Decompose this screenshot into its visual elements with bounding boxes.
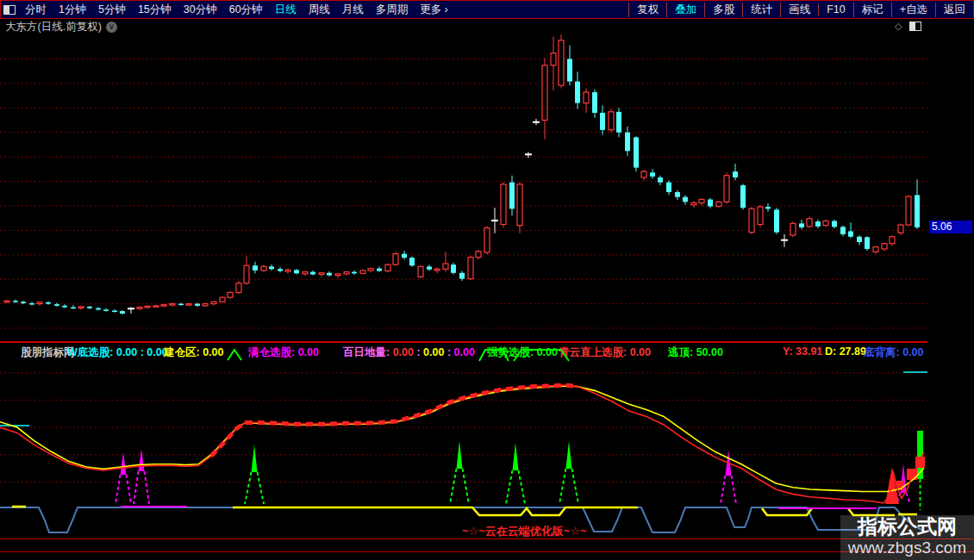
site-watermark-title: 指标公式网 — [840, 515, 974, 538]
time-axis — [0, 538, 974, 552]
menu-item-标记[interactable]: 标记 — [853, 3, 891, 17]
site-watermark: 指标公式网 www.zbgs3.com — [840, 515, 974, 560]
menu-item-5分钟[interactable]: 5分钟 — [92, 3, 132, 17]
site-watermark-url: www.zbgs3.com — [840, 538, 974, 558]
right-price-axis: 5.06 — [927, 19, 974, 553]
indicator-panel-chart[interactable] — [0, 362, 927, 539]
diamond-icon[interactable]: ◇ — [895, 21, 902, 32]
menu-item-多股[interactable]: 多股 — [704, 3, 742, 17]
trading-app-window: 分时1分钟5分钟15分钟30分钟60分钟日线周线月线多周期更多 › 复权叠加多股… — [0, 0, 974, 560]
axis-ticks — [927, 19, 974, 553]
menu-item-分时[interactable]: 分时 — [19, 3, 53, 17]
indicator-header-item-4: 百日地量: 0.00 : 0.00 : 0.00 — [343, 345, 475, 360]
menu-item-1分钟[interactable]: 1分钟 — [53, 3, 92, 17]
indicator-header-item-2: 建仓区: 0.00 — [164, 345, 223, 360]
menu-item-复权[interactable]: 复权 — [628, 3, 666, 17]
indicator-header-item-9: D: 27.89 — [825, 345, 866, 358]
menu-item-F10[interactable]: F10 — [818, 3, 853, 16]
chart-title-bar: 大东方(日线.前复权) ∨ — [0, 19, 933, 34]
indicator-header-item-5: 强势选股: 0.00 — [487, 345, 558, 360]
split-screen-icon[interactable] — [3, 5, 16, 15]
menu-item-叠加[interactable]: 叠加 — [666, 3, 704, 17]
chevron-circle-icon[interactable]: ∨ — [106, 22, 117, 33]
indicator-header-item-8: Y: 33.91 — [783, 345, 822, 358]
split-screen-icon[interactable] — [909, 22, 921, 31]
menu-item-日线[interactable]: 日线 — [269, 3, 303, 17]
indicator-header-item-6: 青云直上选股: 0.00 — [559, 345, 651, 360]
menu-item-画线[interactable]: 画线 — [780, 3, 818, 17]
candlestick-chart[interactable] — [0, 34, 927, 341]
menu-item-月线[interactable]: 月线 — [336, 3, 370, 17]
menu-item-多周期[interactable]: 多周期 — [370, 3, 415, 17]
menu-item-返回[interactable]: 返回 — [935, 3, 973, 17]
indicator-header-item-3: 满仓选股: 0.00 — [248, 345, 319, 360]
menu-item-30分钟[interactable]: 30分钟 — [178, 3, 223, 17]
tool-menu-items: 复权叠加多股统计画线F10标记+自选返回 — [628, 1, 973, 18]
menu-item-15分钟[interactable]: 15分钟 — [132, 3, 178, 17]
menu-item-周线[interactable]: 周线 — [303, 3, 336, 17]
period-menu-items: 分时1分钟5分钟15分钟30分钟60分钟日线周线月线多周期更多 › — [19, 3, 454, 17]
last-price-tag: 5.06 — [929, 221, 972, 233]
indicator-header: 股朋指标网W底选股: 0.00 : 0.00建仓区: 0.00满仓选股: 0.0… — [0, 341, 974, 362]
menu-item-更多 ›[interactable]: 更多 › — [414, 3, 454, 17]
menu-item-统计[interactable]: 统计 — [742, 3, 780, 17]
indicator-header-item-1: W底选股: 0.00 : 0.00 — [67, 345, 168, 360]
menu-item-+自选[interactable]: +自选 — [891, 3, 935, 17]
time-axis-ticks — [0, 552, 974, 560]
indicator-header-item-7: 逃顶: 50.00 — [668, 345, 723, 360]
indicator-header-item-10: 底背离: 0.00 — [864, 345, 923, 360]
page-title: 大东方(日线.前复权) — [5, 20, 102, 34]
period-menu-bar: 分时1分钟5分钟15分钟30分钟60分钟日线周线月线多周期更多 › 复权叠加多股… — [0, 0, 974, 19]
panel-watermark: ~☆~云在云端优化版~☆~ — [462, 524, 587, 539]
menu-item-60分钟[interactable]: 60分钟 — [223, 3, 269, 17]
